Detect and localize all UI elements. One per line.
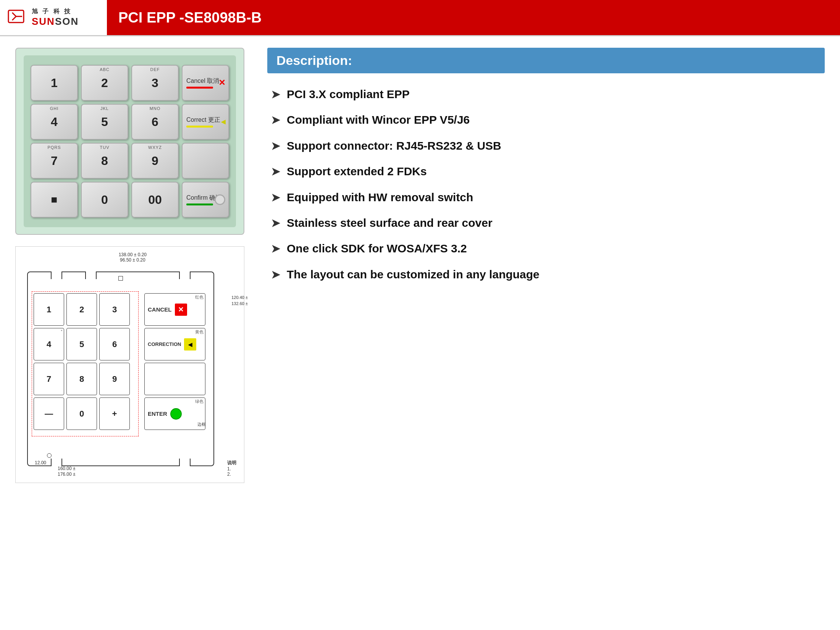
page-title: PCI EPP -SE8098B-B <box>118 10 262 26</box>
diagram-fdks: CANCEL ✕ 红色 CORRECTION ◂ 黄色 <box>144 293 205 430</box>
feature-text-0: PCI 3.X compliant EPP <box>287 87 410 102</box>
enter-circle-diagram-icon <box>170 408 182 420</box>
key-4[interactable]: GHI 4 <box>31 104 78 140</box>
keypad-grid: 1 ABC 2 DEF 3 Cancel 取消 ✕ <box>31 65 229 218</box>
diagram-inner: 138.00 ± 0.20 96.50 ± 0.20 <box>19 250 240 479</box>
dim-right2: 132.60 ± <box>231 301 248 306</box>
header: 旭 子 科 技 SUNSON PCI EPP -SE8098B-B <box>0 0 840 36</box>
feature-text-5: Stainless steel surface and rear cover <box>287 215 493 230</box>
notch-top-far-right <box>179 271 191 279</box>
arrow-icon-1: ➤ <box>271 113 280 127</box>
note-1: 1. <box>227 466 236 472</box>
key-6[interactable]: MNO 6 <box>131 104 179 140</box>
arrow-icon-4: ➤ <box>271 191 280 205</box>
correct-arrow-icon: ◂ <box>221 117 225 127</box>
diagram-outer-border: 1 2 3 4° 5 6 7 8 9 — 0 + <box>27 271 214 466</box>
arrow-icon-6: ➤ <box>271 242 280 256</box>
correct-bar <box>186 126 213 128</box>
d-key-dash: — <box>34 397 64 430</box>
confirm-bar <box>186 204 213 205</box>
notch-top-left <box>51 271 62 279</box>
note-area: 说明 1. 2. <box>227 460 236 477</box>
feature-item-6: ➤ One click SDK for WOSA/XFS 3.2 <box>271 241 821 256</box>
feature-item-3: ➤ Support extended 2 FDKs <box>271 164 821 179</box>
logo-text: 旭 子 科 技 SUNSON <box>32 8 79 27</box>
left-column: 1 ABC 2 DEF 3 Cancel 取消 ✕ <box>15 48 252 617</box>
feature-item-2: ➤ Support connector: RJ45-RS232 & USB <box>271 138 821 153</box>
feature-list: ➤ PCI 3.X compliant EPP ➤ Compliant with… <box>267 87 825 282</box>
logo-chinese: 旭 子 科 技 <box>32 8 79 16</box>
fdk-cancel[interactable]: Cancel 取消 ✕ <box>182 65 229 101</box>
key-00[interactable]: 00 <box>131 182 179 218</box>
logo-area: 旭 子 科 技 SUNSON <box>0 0 107 35</box>
diagram-numkeys: 1 2 3 4° 5 6 7 8 9 — 0 + <box>34 293 130 430</box>
notch-bot-right <box>179 459 191 466</box>
note-title: 说明 <box>227 460 236 466</box>
key-7[interactable]: PQRS 7 <box>31 143 78 179</box>
feature-text-6: One click SDK for WOSA/XFS 3.2 <box>287 241 467 256</box>
d-fdk-enter: ENTER 绿色 <box>144 397 205 430</box>
d-key-5: 5 <box>66 328 97 360</box>
logo-icon <box>8 7 29 28</box>
fdk-confirm[interactable]: Confirm 确认 <box>182 182 229 218</box>
diagram-enter-label: ENTER <box>148 410 167 417</box>
diagram-correction-label: CORRECTION <box>148 341 181 347</box>
fdk-empty-top <box>182 143 229 179</box>
correct-label: Correct 更正 <box>186 116 220 124</box>
note-2: 2. <box>227 472 236 477</box>
arrow-icon-2: ➤ <box>271 139 280 153</box>
d-key-0: 0 <box>66 397 97 430</box>
feature-text-3: Support extended 2 FDKs <box>287 164 427 179</box>
notch-top-right <box>85 271 97 279</box>
d-key-7: 7 <box>34 363 64 395</box>
d-key-4: 4° <box>34 328 64 360</box>
fdk-correct[interactable]: Correct 更正 ◂ <box>182 104 229 140</box>
arrow-icon-3: ➤ <box>271 165 280 179</box>
key-1[interactable]: 1 <box>31 65 78 101</box>
notch-bot-left <box>51 459 62 466</box>
d-key-1: 1 <box>34 293 64 326</box>
key-8[interactable]: TUV 8 <box>81 143 128 179</box>
frame-label: 边框 <box>197 422 206 427</box>
key-9[interactable]: WXYZ 9 <box>131 143 179 179</box>
feature-item-1: ➤ Compliant with Wincor EPP V5/J6 <box>271 112 821 127</box>
cancel-x-diagram-icon: ✕ <box>175 304 187 316</box>
feature-item-5: ➤ Stainless steel surface and rear cover <box>271 215 821 230</box>
cancel-cn: 红色 <box>195 294 204 300</box>
keypad-photo: 1 ABC 2 DEF 3 Cancel 取消 ✕ <box>15 48 244 235</box>
key-5[interactable]: JKL 5 <box>81 104 128 140</box>
feature-text-7: The layout can be customized in any lang… <box>287 267 540 282</box>
key-0[interactable]: 0 <box>81 182 128 218</box>
enter-cn: 绿色 <box>195 399 204 404</box>
feature-item-0: ➤ PCI 3.X compliant EPP <box>271 87 821 102</box>
cancel-label: Cancel 取消 <box>186 77 219 85</box>
logo-son: SON <box>55 16 79 27</box>
correction-cn: 黄色 <box>195 329 204 335</box>
dim-top: 138.00 ± 0.20 96.50 ± 0.20 <box>119 252 147 263</box>
d-fdk-correction: CORRECTION ◂ 黄色 <box>144 328 205 360</box>
d-key-2: 2 <box>66 293 97 326</box>
feature-text-1: Compliant with Wincor EPP V5/J6 <box>287 112 470 127</box>
dim2-label: 96.50 ± 0.20 <box>119 257 147 263</box>
cancel-x-icon: ✕ <box>218 78 225 88</box>
key-2[interactable]: ABC 2 <box>81 65 128 101</box>
right-dims: 120.40 ± 132.60 ± <box>231 295 248 306</box>
correction-arrow-diagram-icon: ◂ <box>184 338 196 351</box>
logo-sun: SUN <box>32 16 55 27</box>
d-key-6: 6 <box>99 328 130 360</box>
logo-sunson: SUNSON <box>32 16 79 27</box>
arrow-icon-0: ➤ <box>271 88 280 102</box>
key-3[interactable]: DEF 3 <box>131 65 179 101</box>
dim5-label: 176.00 ± <box>58 472 76 477</box>
d-key-8: 8 <box>66 363 97 395</box>
cancel-bar <box>186 87 213 89</box>
arrow-icon-7: ➤ <box>271 268 280 282</box>
dim1-label: 138.00 ± 0.20 <box>119 252 147 257</box>
right-column: Description: ➤ PCI 3.X compliant EPP ➤ C… <box>267 48 825 617</box>
d-fdk-empty1 <box>144 363 205 395</box>
diagram-cancel-label: CANCEL <box>148 306 172 313</box>
key-dot[interactable]: ■ <box>31 182 78 218</box>
circle-top <box>118 276 123 281</box>
d-key-3: 3 <box>99 293 130 326</box>
technical-diagram: 138.00 ± 0.20 96.50 ± 0.20 <box>15 246 244 483</box>
